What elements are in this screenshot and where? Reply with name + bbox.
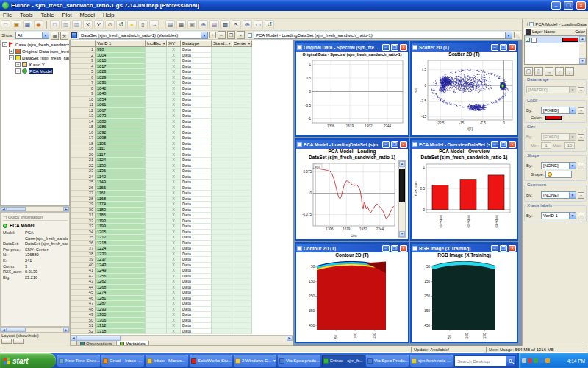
select-icon[interactable]: ↖ [232, 20, 241, 29]
table-row[interactable]: 271161XData [71, 191, 293, 197]
print-icon[interactable]: ▦ [176, 20, 186, 29]
pin-icon[interactable]: + [578, 87, 584, 93]
tree-expander-icon[interactable]: + [9, 49, 14, 54]
table-row[interactable]: 411249XData [71, 268, 293, 274]
table-row[interactable]: 511312XData [71, 323, 293, 329]
menu-file[interactable]: File [3, 12, 12, 18]
window-layout-icon[interactable]: ▤ [165, 20, 175, 29]
color-swatch[interactable] [545, 116, 562, 120]
table-row[interactable]: 171098XData [71, 135, 293, 141]
tree-save-icon[interactable]: ▦ [51, 32, 59, 40]
column-header[interactable]: Center▼ [232, 40, 252, 47]
chevron-down-icon[interactable]: ▼ [569, 107, 576, 113]
child-window-titlebar[interactable]: Contour 2D (T) – ❐ × [296, 244, 408, 252]
close-button[interactable]: × [400, 141, 407, 148]
table-row[interactable]: 301180XData [71, 208, 293, 213]
scroll-up-icon[interactable]: ▲ [579, 36, 586, 42]
child-window-titlebar[interactable]: Scatter 2D (T) – ❐ × [412, 43, 517, 52]
chevron-down-icon[interactable]: ▼ [505, 32, 512, 38]
tree-item[interactable]: +X and Y [1, 61, 69, 68]
table-row[interactable]: 361218XData [71, 241, 293, 247]
table-row[interactable]: 261155XData [71, 185, 293, 191]
table-row[interactable]: 311186XData [71, 213, 293, 219]
taskbar-button[interactable]: sjm fresh ratio ... [410, 355, 453, 367]
table-row[interactable]: 241142XData [71, 174, 293, 180]
table-row[interactable]: 251149XData [71, 180, 293, 185]
search-input[interactable]: Search Desktop [455, 358, 506, 364]
zoom-in-icon[interactable]: ⊕ [198, 20, 208, 29]
tray-icon-green[interactable] [534, 358, 538, 363]
table-row[interactable]: 141080XData [71, 119, 293, 125]
maximize-button[interactable]: ❐ [500, 44, 507, 51]
taskbar-button[interactable]: Gmail - Inbox -... [101, 355, 144, 367]
table-row[interactable]: 491300XData [71, 312, 293, 318]
layout-button-1[interactable] [1, 339, 12, 344]
table-row[interactable]: 431262XData [71, 279, 293, 285]
xaxis-by-dropdown[interactable]: VarID 1▼ [541, 212, 576, 219]
chevron-down-icon[interactable]: ▼ [42, 32, 49, 38]
table-row[interactable]: 231136XData [71, 169, 293, 174]
maximize-button[interactable]: ❐ [391, 141, 398, 148]
table-row[interactable]: 291174XData [71, 202, 293, 208]
child-window-titlebar[interactable]: PCA Model - OverviewDataSet (s... – ❐ × [412, 140, 517, 149]
column-header[interactable] [71, 40, 96, 47]
layout-button-2[interactable] [13, 339, 24, 344]
child-window-titlebar[interactable]: PCA Model - LoadingDataSet (sjm... – ❐ × [296, 140, 408, 149]
chevron-down-icon[interactable]: ▼ [569, 163, 576, 169]
pin-icon[interactable]: + [578, 107, 584, 114]
maximize-button[interactable]: ❐ [500, 245, 507, 252]
set-y-icon[interactable]: Y [94, 20, 104, 29]
dataset-selector[interactable]: DataSet (sjm_fresh_sandwich_ratio-1) (Va… [79, 32, 208, 39]
table-row[interactable]: 381230XData [71, 252, 293, 258]
dock-icon[interactable]: ⊣ [524, 21, 528, 26]
table-row[interactable]: 391237XData [71, 257, 293, 263]
table-row[interactable]: 61029XData [71, 75, 293, 81]
zoom-icon[interactable]: ⊕ [243, 20, 252, 29]
tab-variables[interactable]: Variables [116, 341, 148, 346]
pin-icon[interactable]: + [578, 213, 584, 219]
close-button[interactable]: × [509, 141, 516, 148]
menu-help[interactable]: Help [103, 12, 114, 18]
column-header[interactable]: Inc/Exc▼ [146, 40, 167, 47]
menu-table[interactable]: Table [41, 12, 54, 18]
quick-info-hscrollbar[interactable]: ◀ ▶ [0, 327, 70, 333]
tab-observations[interactable]: Observations [76, 341, 115, 346]
pin-icon[interactable]: + [578, 192, 584, 199]
tray-icon-shield[interactable] [545, 358, 550, 363]
minimize-button[interactable]: – [382, 44, 390, 51]
close-button[interactable]: × [400, 245, 407, 252]
trash-icon[interactable]: ▯ [138, 20, 148, 29]
scroll-left-icon[interactable]: ◀ [71, 336, 76, 341]
shape-by-dropdown[interactable]: [NONE]▼ [541, 162, 576, 169]
plot-selector[interactable]: PCA Model - LoadingDataSet (sjm_fresh_sa… [254, 32, 512, 39]
export-layer-icon[interactable]: → [545, 67, 553, 76]
taskbar-button[interactable]: Via Spec Produ... [366, 355, 409, 367]
table-row[interactable]: 41017XData [71, 64, 293, 70]
tree-item[interactable]: -DataSet (sjm_fresh_sandwi [1, 54, 69, 61]
taskbar-button[interactable]: SolidWorks Stu... [190, 355, 232, 367]
table-row[interactable]: 371224XData [71, 246, 293, 252]
scroll-left-icon[interactable]: ◀ [1, 207, 7, 211]
table-row[interactable]: 211124XData [71, 158, 293, 163]
close-button[interactable]: × [509, 44, 516, 51]
pin-icon[interactable]: + [514, 32, 520, 38]
pane-restore-icon[interactable]: ❐ [227, 31, 235, 39]
maximize-button[interactable]: ❐ [391, 44, 398, 51]
search-desktop-box[interactable]: Search Desktop [454, 355, 516, 367]
search-icon[interactable] [506, 356, 515, 366]
column-header[interactable]: Datatype [181, 40, 212, 47]
delete-layer-icon[interactable]: ▯ [534, 67, 543, 76]
lock-icon[interactable]: ⊙ [105, 20, 115, 29]
table-row[interactable]: 461281XData [71, 296, 293, 302]
layer-color-swatch[interactable] [562, 38, 578, 42]
taskbar-button[interactable]: 2 Windows E...▼ [234, 355, 276, 367]
close-button[interactable]: × [576, 1, 586, 10]
tree-expander-icon[interactable]: + [15, 62, 21, 67]
scroll-up-icon[interactable]: ▲ [399, 161, 405, 167]
menu-model[interactable]: Model [79, 12, 94, 18]
table-row[interactable]: 91048XData [71, 91, 293, 97]
tree-hscrollbar[interactable]: ◀ ▶ [0, 206, 70, 212]
tray-icon-gray[interactable] [522, 358, 526, 363]
chevron-down-icon[interactable]: ▼ [569, 213, 576, 219]
color-by-dropdown[interactable]: [FIXED]▼ [541, 107, 576, 114]
